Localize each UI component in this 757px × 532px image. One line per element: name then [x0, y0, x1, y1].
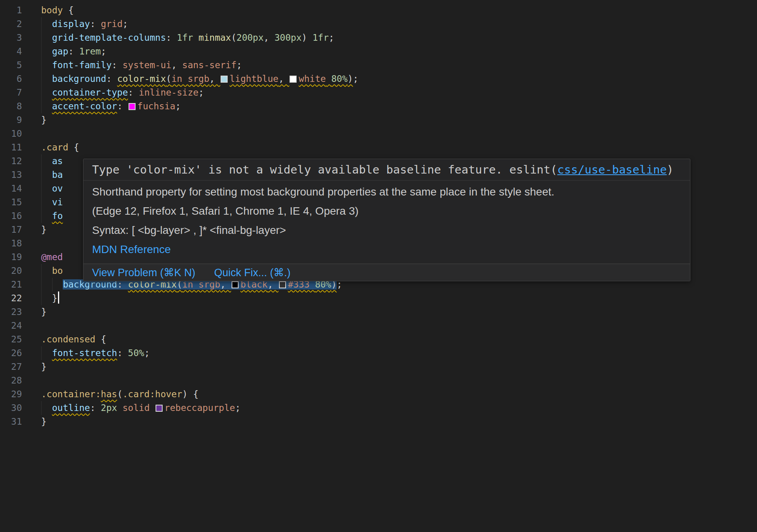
code-token: has — [101, 389, 117, 399]
code-token: , — [209, 74, 220, 84]
code-line-9[interactable]: } — [41, 113, 757, 127]
indent-spaces — [41, 211, 52, 221]
line-number: 23 — [0, 305, 22, 319]
indent-spaces — [41, 74, 52, 84]
indent-guide — [41, 58, 42, 72]
code-line-3[interactable]: grid-template-columns: 1fr minmax(200px,… — [41, 31, 757, 45]
color-swatch[interactable] — [156, 405, 163, 412]
code-token: 1rem — [79, 46, 101, 56]
code-token: rebeccapurple — [165, 403, 235, 413]
code-line-10[interactable] — [41, 127, 757, 141]
code-line-4[interactable]: gap: 1rem; — [41, 45, 757, 58]
color-swatch[interactable] — [290, 76, 297, 83]
line-number: 6 — [0, 72, 22, 86]
code-token: ; — [235, 403, 241, 413]
mdn-reference-link[interactable]: MDN Reference — [92, 243, 171, 255]
code-token: : — [166, 33, 177, 43]
indent-guide — [41, 31, 42, 45]
line-number: 20 — [0, 264, 22, 278]
code-token: bo — [52, 266, 63, 276]
indent-guide — [41, 72, 42, 86]
code-token: color-mix — [117, 74, 166, 84]
code-token: grid-template-columns — [52, 33, 166, 43]
gutter: 1234567891011121314151617181920212223242… — [0, 4, 22, 429]
code-token: .card — [41, 142, 68, 152]
code-token: } — [41, 115, 47, 125]
code-line-30[interactable]: outline: 2px solid rebeccapurple; — [41, 401, 757, 415]
diagnostic-message: Type 'color-mix' is not a widely availab… — [83, 159, 690, 181]
line-number: 11 — [0, 141, 22, 154]
code-token: : — [68, 46, 79, 56]
indent-guide — [41, 346, 42, 360]
code-token: { — [63, 5, 74, 15]
code-token: 300px — [275, 33, 302, 43]
line-number: 28 — [0, 374, 22, 387]
line-number: 1 — [0, 4, 22, 17]
quick-fix-button[interactable]: Quick Fix... (⌘.) — [214, 266, 291, 279]
code-token: ; — [353, 74, 359, 84]
code-token: as — [52, 156, 63, 166]
code-token: in srgb — [171, 74, 209, 84]
code-token: sans-serif — [182, 60, 236, 70]
code-line-6[interactable]: background: color-mix(in srgb, lightblue… — [41, 72, 757, 86]
code-token: ; — [176, 101, 181, 111]
line-number: 16 — [0, 209, 22, 223]
indent-guide — [41, 100, 42, 113]
code-token: ) — [302, 33, 313, 43]
indent-spaces — [41, 293, 52, 303]
eslint-rule-link[interactable]: css/use-baseline — [557, 163, 666, 176]
code-token: ; — [199, 87, 204, 98]
code-line-22[interactable]: } — [41, 291, 757, 305]
code-token: ; — [329, 33, 334, 43]
code-token: : — [117, 348, 128, 358]
code-line-1[interactable]: body { — [41, 4, 757, 17]
indent-guide — [41, 264, 42, 278]
code-line-24[interactable] — [41, 319, 757, 333]
code-token: body — [41, 5, 63, 15]
code-token: { — [95, 334, 106, 344]
code-line-2[interactable]: display: grid; — [41, 17, 757, 31]
code-line-31[interactable]: } — [41, 415, 757, 429]
code-token: .card:hover — [123, 389, 182, 399]
code-token: background — [52, 74, 106, 84]
code-line-8[interactable]: accent-color: fuchsia; — [41, 100, 757, 113]
code-token: ( — [117, 389, 123, 399]
line-number: 19 — [0, 250, 22, 264]
docs-browser-support: (Edge 12, Firefox 1, Safari 1, Chrome 1,… — [92, 204, 681, 218]
color-swatch[interactable] — [129, 103, 136, 110]
code-line-11[interactable]: .card { — [41, 141, 757, 154]
color-swatch[interactable] — [232, 281, 239, 288]
diagnostic-text: Type 'color-mix' is not a widely availab… — [92, 163, 509, 176]
code-token: accent-color — [52, 101, 117, 111]
line-number: 21 — [0, 278, 22, 291]
code-line-29[interactable]: .container:has(.card:hover) { — [41, 387, 757, 401]
line-number: 3 — [0, 31, 22, 45]
line-number: 25 — [0, 333, 22, 346]
code-token: , — [264, 33, 275, 43]
code-line-7[interactable]: container-type: inline-size; — [41, 86, 757, 100]
code-token: fuchsia — [138, 101, 176, 111]
view-problem-button[interactable]: View Problem (⌘K N) — [92, 266, 196, 279]
line-number: 30 — [0, 401, 22, 415]
code-line-27[interactable]: } — [41, 360, 757, 374]
line-number: 15 — [0, 195, 22, 209]
code-token: : — [112, 60, 123, 70]
indent-guide — [41, 209, 42, 223]
code-token: display — [52, 19, 90, 29]
line-number: 5 — [0, 58, 22, 72]
diagnostic-source-prefix: eslint( — [509, 163, 557, 176]
code-token: 200px — [237, 33, 264, 43]
code-token: gap — [52, 46, 69, 56]
color-swatch[interactable] — [279, 281, 286, 288]
color-swatch[interactable] — [221, 76, 228, 83]
code-line-28[interactable] — [41, 374, 757, 387]
code-token: fo — [52, 211, 63, 221]
line-number: 7 — [0, 86, 22, 100]
docs-description: Shorthand property for setting most back… — [92, 185, 681, 199]
code-line-5[interactable]: font-family: system-ui, sans-serif; — [41, 58, 757, 72]
code-line-25[interactable]: .condensed { — [41, 333, 757, 346]
code-line-23[interactable]: } — [41, 305, 757, 319]
code-token: ( — [166, 74, 172, 84]
code-line-26[interactable]: font-stretch: 50%; — [41, 346, 757, 360]
code-token: } — [52, 293, 58, 303]
